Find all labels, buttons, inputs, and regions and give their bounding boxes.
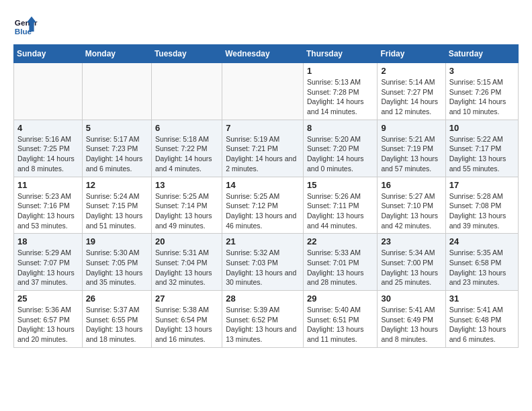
- calendar-cell: 7Sunrise: 5:19 AM Sunset: 7:21 PM Daylig…: [222, 120, 304, 177]
- day-number: 13: [155, 180, 218, 190]
- day-info: Sunrise: 5:25 AM Sunset: 7:12 PM Dayligh…: [226, 191, 300, 231]
- calendar-cell: 20Sunrise: 5:31 AM Sunset: 7:04 PM Dayli…: [151, 234, 222, 291]
- calendar-cell: 21Sunrise: 5:32 AM Sunset: 7:03 PM Dayli…: [222, 234, 304, 291]
- day-info: Sunrise: 5:41 AM Sunset: 6:48 PM Dayligh…: [449, 305, 515, 345]
- calendar-cell: [82, 63, 151, 120]
- calendar-week-1: 1Sunrise: 5:13 AM Sunset: 7:28 PM Daylig…: [14, 63, 519, 120]
- day-number: 28: [226, 293, 300, 304]
- logo: General Blue: [13, 13, 38, 38]
- calendar-cell: [222, 63, 304, 120]
- day-number: 11: [17, 180, 79, 190]
- calendar-cell: 30Sunrise: 5:41 AM Sunset: 6:49 PM Dayli…: [378, 291, 445, 348]
- calendar-cell: 13Sunrise: 5:25 AM Sunset: 7:14 PM Dayli…: [151, 177, 222, 234]
- weekday-header-monday: Monday: [82, 45, 151, 63]
- day-number: 18: [17, 236, 79, 246]
- calendar-cell: 26Sunrise: 5:37 AM Sunset: 6:55 PM Dayli…: [82, 291, 151, 348]
- weekday-header-friday: Friday: [378, 45, 445, 63]
- day-number: 17: [449, 180, 515, 190]
- calendar-cell: 9Sunrise: 5:21 AM Sunset: 7:19 PM Daylig…: [378, 120, 445, 177]
- day-info: Sunrise: 5:21 AM Sunset: 7:19 PM Dayligh…: [381, 134, 441, 174]
- calendar-cell: 12Sunrise: 5:24 AM Sunset: 7:15 PM Dayli…: [82, 177, 151, 234]
- day-number: 5: [86, 123, 148, 133]
- day-number: 15: [307, 180, 373, 190]
- day-info: Sunrise: 5:23 AM Sunset: 7:16 PM Dayligh…: [17, 191, 79, 231]
- calendar-cell: 24Sunrise: 5:35 AM Sunset: 6:58 PM Dayli…: [445, 234, 518, 291]
- day-info: Sunrise: 5:16 AM Sunset: 7:25 PM Dayligh…: [17, 134, 79, 174]
- day-number: 14: [226, 180, 300, 190]
- day-info: Sunrise: 5:27 AM Sunset: 7:10 PM Dayligh…: [381, 191, 441, 231]
- calendar-cell: 4Sunrise: 5:16 AM Sunset: 7:25 PM Daylig…: [14, 120, 83, 177]
- day-number: 1: [307, 66, 373, 76]
- day-info: Sunrise: 5:30 AM Sunset: 7:05 PM Dayligh…: [86, 248, 148, 287]
- day-number: 29: [307, 293, 373, 304]
- day-number: 6: [155, 123, 218, 133]
- calendar-cell: [14, 63, 83, 120]
- calendar-week-3: 11Sunrise: 5:23 AM Sunset: 7:16 PM Dayli…: [14, 177, 519, 234]
- day-info: Sunrise: 5:37 AM Sunset: 6:55 PM Dayligh…: [86, 305, 148, 345]
- calendar-cell: 3Sunrise: 5:15 AM Sunset: 7:26 PM Daylig…: [445, 63, 518, 120]
- day-info: Sunrise: 5:34 AM Sunset: 7:00 PM Dayligh…: [381, 248, 441, 287]
- day-info: Sunrise: 5:28 AM Sunset: 7:08 PM Dayligh…: [449, 191, 515, 231]
- day-info: Sunrise: 5:26 AM Sunset: 7:11 PM Dayligh…: [307, 191, 373, 231]
- calendar-cell: 23Sunrise: 5:34 AM Sunset: 7:00 PM Dayli…: [378, 234, 445, 291]
- weekday-header-thursday: Thursday: [303, 45, 377, 63]
- day-info: Sunrise: 5:33 AM Sunset: 7:01 PM Dayligh…: [307, 248, 373, 287]
- day-number: 31: [449, 293, 515, 304]
- calendar-cell: 18Sunrise: 5:29 AM Sunset: 7:07 PM Dayli…: [14, 234, 83, 291]
- calendar-week-4: 18Sunrise: 5:29 AM Sunset: 7:07 PM Dayli…: [14, 234, 519, 291]
- day-info: Sunrise: 5:29 AM Sunset: 7:07 PM Dayligh…: [17, 248, 79, 287]
- day-info: Sunrise: 5:40 AM Sunset: 6:51 PM Dayligh…: [307, 305, 373, 345]
- day-info: Sunrise: 5:31 AM Sunset: 7:04 PM Dayligh…: [155, 248, 218, 287]
- day-number: 10: [449, 123, 515, 133]
- calendar-cell: 29Sunrise: 5:40 AM Sunset: 6:51 PM Dayli…: [303, 291, 377, 348]
- day-info: Sunrise: 5:36 AM Sunset: 6:57 PM Dayligh…: [17, 305, 79, 345]
- calendar-cell: 16Sunrise: 5:27 AM Sunset: 7:10 PM Dayli…: [378, 177, 445, 234]
- calendar-cell: 31Sunrise: 5:41 AM Sunset: 6:48 PM Dayli…: [445, 291, 518, 348]
- calendar-cell: 10Sunrise: 5:22 AM Sunset: 7:17 PM Dayli…: [445, 120, 518, 177]
- day-info: Sunrise: 5:24 AM Sunset: 7:15 PM Dayligh…: [86, 191, 148, 231]
- day-number: 8: [307, 123, 373, 133]
- calendar-week-5: 25Sunrise: 5:36 AM Sunset: 6:57 PM Dayli…: [14, 291, 519, 348]
- calendar-cell: 27Sunrise: 5:38 AM Sunset: 6:54 PM Dayli…: [151, 291, 222, 348]
- day-info: Sunrise: 5:14 AM Sunset: 7:27 PM Dayligh…: [381, 77, 441, 117]
- calendar-cell: 8Sunrise: 5:20 AM Sunset: 7:20 PM Daylig…: [303, 120, 377, 177]
- calendar-cell: 15Sunrise: 5:26 AM Sunset: 7:11 PM Dayli…: [303, 177, 377, 234]
- day-number: 25: [17, 293, 79, 304]
- day-number: 23: [381, 236, 441, 246]
- day-number: 30: [381, 293, 441, 304]
- day-info: Sunrise: 5:20 AM Sunset: 7:20 PM Dayligh…: [307, 134, 373, 174]
- calendar-cell: 17Sunrise: 5:28 AM Sunset: 7:08 PM Dayli…: [445, 177, 518, 234]
- day-info: Sunrise: 5:15 AM Sunset: 7:26 PM Dayligh…: [449, 77, 515, 117]
- day-number: 7: [226, 123, 300, 133]
- day-info: Sunrise: 5:38 AM Sunset: 6:54 PM Dayligh…: [155, 305, 218, 345]
- day-info: Sunrise: 5:32 AM Sunset: 7:03 PM Dayligh…: [226, 248, 300, 287]
- day-number: 22: [307, 236, 373, 246]
- calendar-table: SundayMondayTuesdayWednesdayThursdayFrid…: [13, 44, 519, 348]
- calendar-cell: 2Sunrise: 5:14 AM Sunset: 7:27 PM Daylig…: [378, 63, 445, 120]
- day-info: Sunrise: 5:22 AM Sunset: 7:17 PM Dayligh…: [449, 134, 515, 174]
- calendar-cell: 6Sunrise: 5:18 AM Sunset: 7:22 PM Daylig…: [151, 120, 222, 177]
- day-number: 4: [17, 123, 79, 133]
- day-info: Sunrise: 5:41 AM Sunset: 6:49 PM Dayligh…: [381, 305, 441, 345]
- day-info: Sunrise: 5:18 AM Sunset: 7:22 PM Dayligh…: [155, 134, 218, 174]
- weekday-header-saturday: Saturday: [445, 45, 518, 63]
- day-number: 16: [381, 180, 441, 190]
- day-info: Sunrise: 5:25 AM Sunset: 7:14 PM Dayligh…: [155, 191, 218, 231]
- weekday-header-tuesday: Tuesday: [151, 45, 222, 63]
- day-number: 12: [86, 180, 148, 190]
- day-number: 21: [226, 236, 300, 246]
- day-number: 9: [381, 123, 441, 133]
- day-number: 24: [449, 236, 515, 246]
- weekday-header-sunday: Sunday: [14, 45, 83, 63]
- calendar-cell: [151, 63, 222, 120]
- day-info: Sunrise: 5:19 AM Sunset: 7:21 PM Dayligh…: [226, 134, 300, 174]
- calendar-cell: 25Sunrise: 5:36 AM Sunset: 6:57 PM Dayli…: [14, 291, 83, 348]
- calendar-cell: 14Sunrise: 5:25 AM Sunset: 7:12 PM Dayli…: [222, 177, 304, 234]
- day-info: Sunrise: 5:39 AM Sunset: 6:52 PM Dayligh…: [226, 305, 300, 345]
- calendar-cell: 5Sunrise: 5:17 AM Sunset: 7:23 PM Daylig…: [82, 120, 151, 177]
- page-header: General Blue: [13, 13, 519, 38]
- day-info: Sunrise: 5:17 AM Sunset: 7:23 PM Dayligh…: [86, 134, 148, 174]
- calendar-cell: 1Sunrise: 5:13 AM Sunset: 7:28 PM Daylig…: [303, 63, 377, 120]
- day-info: Sunrise: 5:35 AM Sunset: 6:58 PM Dayligh…: [449, 248, 515, 287]
- day-number: 19: [86, 236, 148, 246]
